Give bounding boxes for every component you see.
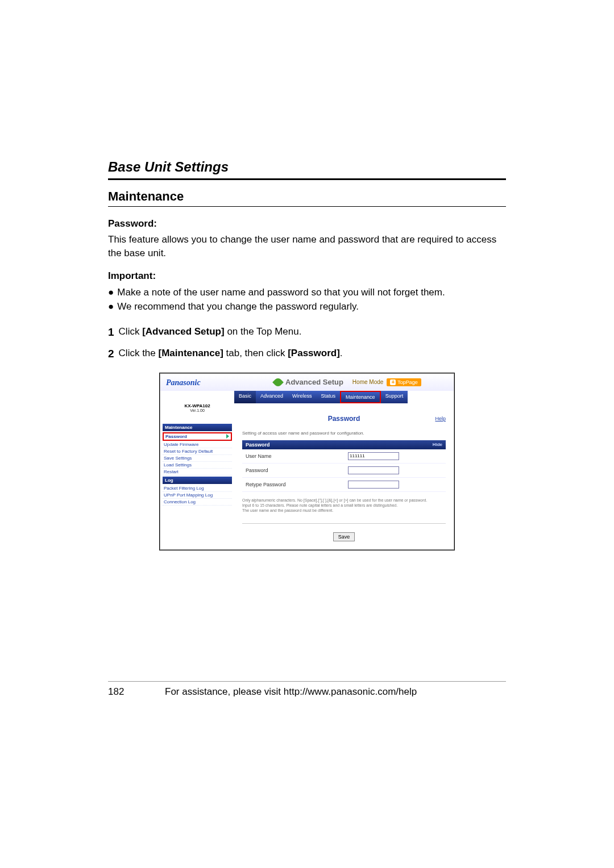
step-text: Click the [Maintenance] tab, then click … [119,346,343,362]
divider-thick [108,178,506,180]
version-label: Ver.1.00 [163,408,232,412]
bullet-text: Make a note of the user name and passwor… [117,285,445,300]
form-notes: Only alphanumeric characters. No [Space]… [242,498,446,513]
sidebar-item-reset[interactable]: Reset to Factory Default [163,448,232,455]
model-label: KX-WPA102 [163,403,232,408]
heading-maintenance: Maintenance [108,189,506,204]
password-field-label: Password [246,468,348,473]
retype-label: Retype Password [246,482,348,487]
tab-basic[interactable]: Basic [234,391,256,403]
username-input[interactable] [348,452,399,460]
sidebar-item-connection-log[interactable]: Connection Log [163,499,232,506]
sidebar-item-upnp-log[interactable]: UPnP Port Mapping Log [163,492,232,499]
step-text: Click [Advanced Setup] on the Top Menu. [119,324,302,341]
sidebar-item-load-settings[interactable]: Load Settings [163,462,232,469]
help-link[interactable]: Help [435,416,446,422]
form-row-retype: Retype Password [242,478,446,492]
sidebar-item-packet-log[interactable]: Packet Filtering Log [163,485,232,492]
step-number: 2 [108,346,114,362]
panel-title: Password [242,415,446,423]
divider-thin [108,206,506,207]
retype-input[interactable] [348,481,399,489]
bullet-item: ● Make a note of the user name and passw… [108,285,506,300]
top-page-button[interactable]: + TopPage [387,378,421,386]
arrow-right-icon [226,434,229,439]
section-title: Base Unit Settings [108,159,506,175]
screenshot-main: Basic Advanced Wireless Status Maintenan… [234,391,454,549]
tab-support[interactable]: Support [381,391,408,403]
bullet-item: ● We recommend that you change the passw… [108,299,506,314]
tab-advanced[interactable]: Advanced [256,391,288,403]
panel-desc: Setting of access user name and password… [242,431,446,436]
tab-maintenance[interactable]: Maintenance [340,391,381,403]
page-footer: 182 For assistance, please visit http://… [108,681,506,698]
embedded-screenshot: Panasonic Advanced Setup Home Mode + Top… [159,373,455,550]
sidebar-item-save-settings[interactable]: Save Settings [163,455,232,462]
sidebar-item-password[interactable]: Password [163,432,232,441]
screenshot-sidebar: KX-WPA102 Ver.1.00 Maintenance Password … [160,391,234,549]
step-number: 1 [108,324,114,341]
step-1: 1 Click [Advanced Setup] on the Top Menu… [108,324,506,341]
sidebar-header-log: Log [163,477,232,484]
save-button[interactable]: Save [333,532,355,541]
panel-bar: Password Hide [242,440,446,449]
bullet-text: We recommend that you change the passwor… [117,299,359,314]
password-input[interactable] [348,466,399,474]
step-2: 2 Click the [Maintenance] tab, then clic… [108,346,506,362]
important-label: Important: [108,270,506,282]
screenshot-header: Panasonic Advanced Setup Home Mode + Top… [160,374,454,391]
username-label: User Name [246,453,348,459]
tab-wireless[interactable]: Wireless [288,391,317,403]
sidebar-item-update-firmware[interactable]: Update Firmware [163,441,232,448]
password-label: Password: [108,218,506,229]
tab-status[interactable]: Status [317,391,341,403]
sidebar-header-maintenance: Maintenance [163,424,232,431]
screenshot-title: Advanced Setup [285,378,343,386]
password-intro: This feature allows you to change the us… [108,233,506,260]
form-row-username: User Name [242,449,446,464]
important-list: ● Make a note of the user name and passw… [108,285,506,314]
form-row-password: Password [242,464,446,478]
brand-logo: Panasonic [166,378,201,387]
page-number: 182 [108,686,131,698]
hide-link[interactable]: Hide [433,442,442,447]
tab-bar: Basic Advanced Wireless Status Maintenan… [234,391,454,403]
plus-icon: + [390,379,396,385]
footer-text: For assistance, please visit http://www.… [165,686,417,698]
home-mode-label: Home Mode [352,379,383,385]
leaf-icon [272,377,284,388]
bullet-icon: ● [108,285,114,300]
sidebar-item-restart[interactable]: Restart [163,469,232,475]
bullet-icon: ● [108,299,114,314]
